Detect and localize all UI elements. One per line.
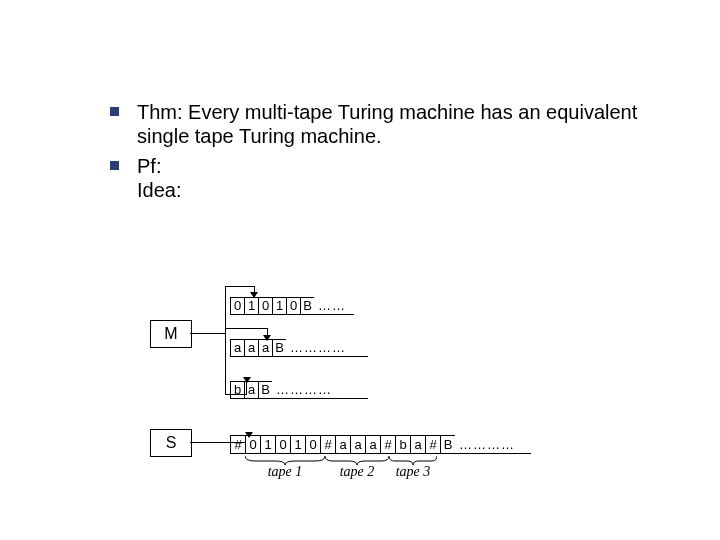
brace-tape-3: tape 3 bbox=[389, 456, 437, 479]
tape-cell: # bbox=[230, 435, 245, 454]
tape-cell: b bbox=[230, 381, 244, 399]
tape-cell: 0 bbox=[286, 297, 300, 315]
tape-cell: 1 bbox=[260, 435, 275, 454]
wire bbox=[225, 286, 254, 287]
tape-cell: # bbox=[425, 435, 440, 454]
tape-cell: a bbox=[258, 339, 272, 357]
proof-label: Pf: bbox=[137, 155, 161, 177]
bullet-theorem-text: Thm: Every multi-tape Turing machine has… bbox=[137, 100, 680, 148]
brace-label: tape 1 bbox=[268, 464, 303, 479]
tape-trail: ………… bbox=[455, 436, 531, 454]
tape-cell: a bbox=[244, 381, 258, 399]
tape-cell: b bbox=[395, 435, 410, 454]
tape-cell: # bbox=[320, 435, 335, 454]
tape-cell: a bbox=[365, 435, 380, 454]
tape-2: a a a B ………… bbox=[230, 339, 368, 357]
brace-row: tape 1 tape 2 tape 3 bbox=[230, 456, 437, 479]
bullet-theorem: Thm: Every multi-tape Turing machine has… bbox=[110, 100, 680, 148]
tape-cell: 0 bbox=[258, 297, 272, 315]
tape-cell: B bbox=[440, 435, 455, 454]
bullet-square-icon bbox=[110, 107, 119, 116]
wire bbox=[225, 328, 267, 329]
wire bbox=[190, 333, 225, 334]
tape-cell: 1 bbox=[290, 435, 305, 454]
tape-1: 0 1 0 1 0 B …… bbox=[230, 297, 354, 315]
tape-trail: …… bbox=[314, 298, 354, 315]
single-tape-machine-label: S bbox=[166, 434, 177, 451]
tape-cell: a bbox=[230, 339, 244, 357]
idea-label: Idea: bbox=[137, 179, 181, 201]
tape-cell: a bbox=[350, 435, 365, 454]
tape-cell: 0 bbox=[305, 435, 320, 454]
tape-cell: B bbox=[258, 381, 272, 399]
bullet-proof: Pf: Idea: bbox=[110, 154, 680, 202]
tape-cell: a bbox=[244, 339, 258, 357]
brace-label: tape 3 bbox=[396, 464, 431, 479]
tape-3: b a B ………… bbox=[230, 381, 368, 399]
single-tape: # 0 1 0 1 0 # a a a # b a # B ………… bbox=[230, 435, 531, 454]
tape-cell: 0 bbox=[275, 435, 290, 454]
diagram: M 0 1 0 1 0 B …… a a a B ………… bbox=[130, 280, 680, 510]
tape-cell: 0 bbox=[245, 435, 260, 454]
tape-cell: a bbox=[410, 435, 425, 454]
brace-tape-2: tape 2 bbox=[325, 456, 389, 479]
wire bbox=[225, 286, 226, 394]
slide: Thm: Every multi-tape Turing machine has… bbox=[0, 0, 720, 540]
brace-label: tape 2 bbox=[340, 464, 375, 479]
tape-cell: B bbox=[300, 297, 314, 315]
bullet-proof-text: Pf: Idea: bbox=[137, 154, 181, 202]
tape-cell: B bbox=[272, 339, 286, 357]
tape-cell: 1 bbox=[244, 297, 258, 315]
tape-cell: # bbox=[380, 435, 395, 454]
tape-cell: 1 bbox=[272, 297, 286, 315]
tape-cell: a bbox=[335, 435, 350, 454]
bullet-square-icon bbox=[110, 161, 119, 170]
tape-trail: ………… bbox=[286, 340, 368, 357]
brace-tape-1: tape 1 bbox=[245, 456, 325, 479]
tape-trail: ………… bbox=[272, 382, 368, 399]
tape-cell: 0 bbox=[230, 297, 244, 315]
single-tape-machine-box: S bbox=[150, 429, 192, 457]
multi-tape-machine-box: M bbox=[150, 320, 192, 348]
multi-tape-machine-label: M bbox=[164, 325, 177, 342]
